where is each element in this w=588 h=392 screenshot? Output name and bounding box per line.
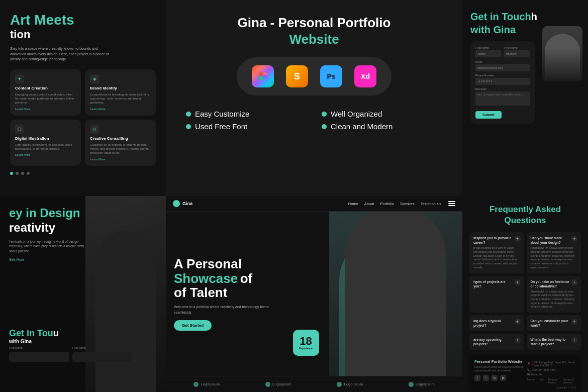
feature-label: Clean and Modern [331,122,393,131]
service-desc: Guidance on all aspects of graphic desig… [90,143,151,155]
faq-title-accent: Asked [535,205,561,214]
hero-section: A Personal Showcase of of Talent Welcome… [166,212,462,376]
faq-item: inspired you to pursue a career? It was … [469,232,524,273]
features-list: Easy Customize Well Organized Used Free … [186,110,442,131]
nav-link[interactable]: About [364,202,374,206]
logo-strip-item: Logoipsum [265,382,291,387]
figma-icon [252,65,274,87]
hero-person-shape [345,212,446,376]
contact-small: Get in Touu with Gina First Name First N… [9,328,133,362]
hero-line1: Art Meets [10,12,156,28]
footer-brand: Personal Portfolio Website [474,359,523,364]
footer-strip: Personal Portfolio Website Lorem ipsum d… [469,355,581,393]
faq-title-line2: Questions [504,216,546,225]
nav-logo: Gina [173,200,192,207]
svg-point-2 [259,72,263,76]
service-card: ⬡ Digital Illustration High-quality illu… [10,120,81,166]
faq-expand-button[interactable]: + [571,279,577,285]
mini-nav: Gina HomeAboutPortfolioServicesTestimoni… [166,196,462,212]
footer-desc: Lorem ipsum dolor sit amet consectetur a… [474,365,523,373]
service-title: Creative Consulting [90,136,151,141]
faq-question: Can you share more about your design? [531,236,577,245]
service-card: ◈ Brand Identity Comprehensive branding … [85,69,156,116]
faq-item: Can you customize your work? + [527,315,581,331]
logo-icon [337,382,342,387]
services-grid: ✦ Content Creation Engaging visual conte… [10,69,156,166]
nav-link[interactable]: Home [348,202,358,206]
service-link[interactable]: Learn More [15,108,76,111]
exp-label: Experience [299,347,313,350]
key-subtitle: I embark on a journey through a world of… [9,239,89,254]
service-link[interactable]: Learn More [90,158,151,161]
mini-form-field-1 [9,352,69,362]
hero-title-line1: A Personal [174,257,321,271]
logo-strip: LogoipsumLogoipsumLogoipsumLogoipsum [166,376,462,392]
faq-answer: Absolutely! I'm always open to new proje… [531,246,577,269]
faq-question: inspired you to pursue a career? [473,236,520,245]
nav-logo-icon [173,200,180,207]
form-fn-label: First Name [9,346,69,349]
nav-link[interactable]: Portfolio [380,202,394,206]
feature-dot [186,124,191,129]
last-name-label: First Name [504,46,530,49]
logo-icon [409,382,414,387]
footer-nav-link[interactable]: Help [539,378,544,384]
faq-expand-button[interactable]: + [515,279,521,285]
service-title: Content Creation [15,86,76,90]
service-icon: ⬡ [15,125,24,134]
dot-2[interactable] [16,172,19,175]
feature-item: Clean and Modern [322,122,442,131]
main-title: Gina - Personal Portfolio [238,15,391,31]
dot-1[interactable] [10,172,13,175]
service-link[interactable]: Learn More [90,108,151,111]
nav-link[interactable]: Services [400,202,415,206]
hamburger-icon[interactable] [448,201,455,206]
first-name-label: First Name [475,46,501,49]
service-title: Brand Identity [90,86,151,90]
youtube-icon[interactable]: ▶ [500,375,506,381]
nav-links[interactable]: HomeAboutPortfolioServicesTestimonials [348,202,441,206]
feature-dot [322,124,327,129]
dot-4[interactable] [27,172,30,175]
faq-item: are any upcoming projects? + [469,334,524,350]
logo-name: Logoipsum [272,382,291,386]
submit-button[interactable]: Submit [475,111,502,119]
hero-title-line2: Showcase of [174,271,321,286]
faq-expand-button[interactable]: + [515,319,521,325]
contact-small-sub: with Gina [9,339,133,344]
footer-nav-link[interactable]: Home [527,378,535,384]
feature-dot [186,112,191,117]
service-link[interactable]: Learn More [15,153,76,156]
form-ln-label: First Name [72,346,133,349]
faq-answer: It was inspired by a love of visual stor… [473,246,520,269]
key-accent: Design [40,206,80,220]
contact-title-line2: with Gina [470,24,516,35]
faq-expand-button[interactable]: + [515,337,521,343]
faq-question: Can you customize your work? [531,319,577,328]
hero-art-accent: Meets [34,12,74,28]
main-subtitle: Website [289,32,339,47]
footer-nav-link[interactable]: Terms of Service [563,378,576,384]
dot-3[interactable] [21,172,24,175]
nav-link[interactable]: Testimonials [421,202,441,206]
service-card: ◎ Creative Consulting Guidance on all as… [85,120,156,166]
faq-item: Do you take on freelance or collaborativ… [527,276,581,313]
bottom-right-cell: Frequently Asked Questions inspired you … [462,196,588,392]
photoshop-icon: Ps [320,65,342,87]
faq-answer: Absolutely! I'm always open to new proje… [531,290,577,309]
footer-nav-link[interactable]: Privacy Policy [548,378,559,384]
top-left-cell: Art Meets tion Step into a space where c… [0,0,166,196]
contact-form-preview: First Name Agatha First Name Hartmann Em… [470,41,535,124]
faq-expand-button[interactable]: + [515,236,521,242]
facebook-icon[interactable]: f [474,375,480,381]
sketch-icon: S [286,65,308,87]
service-icon: ✦ [15,74,24,83]
twitter-icon[interactable]: t [483,375,489,381]
linkedin-icon[interactable]: in [492,375,498,381]
hero-of: of [240,271,253,286]
feature-label: Easy Customize [195,110,249,118]
service-desc: Engaging visual content specifically cra… [15,92,76,105]
hero-cta-button[interactable]: Get Started [174,320,212,331]
adobe-xd-icon: Xd [354,65,376,87]
svg-point-4 [263,74,267,78]
